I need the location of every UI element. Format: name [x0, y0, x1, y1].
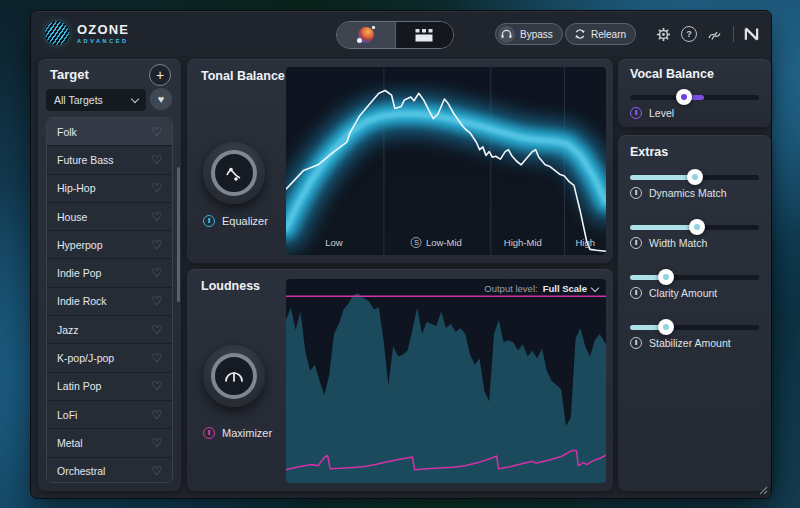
help-icon[interactable]: ?	[681, 26, 697, 42]
slider-track	[630, 325, 759, 330]
target-filter-dropdown[interactable]: All Targets	[46, 89, 146, 111]
frequency-band-label: S Low-Mid	[411, 237, 462, 248]
favorite-heart-icon[interactable]: ♡	[151, 323, 162, 337]
vocal-level-module: Level	[630, 107, 674, 119]
extras-module: Stabilizer Amount	[630, 337, 759, 349]
view-mode-toggle	[336, 21, 454, 49]
signal-chain-icon[interactable]	[707, 27, 723, 41]
band-name: High	[575, 237, 595, 248]
target-list-item[interactable]: Orchestral ♡	[47, 458, 172, 483]
extras-slider[interactable]	[630, 269, 759, 285]
target-list-item[interactable]: Metal ♡	[47, 429, 172, 457]
target-list-item[interactable]: Folk ♡	[47, 118, 172, 146]
loudness-chart	[286, 279, 606, 483]
frequency-band-label: Low	[325, 237, 342, 248]
sidebar-title: Target	[50, 67, 89, 82]
chevron-down-icon	[131, 95, 139, 103]
extras-slider[interactable]	[630, 169, 759, 185]
target-list-item[interactable]: LoFi ♡	[47, 401, 172, 429]
topbar-divider	[733, 26, 734, 42]
slider-handle[interactable]	[658, 269, 674, 285]
extras-sliders: Dynamics Match Width Match C	[630, 169, 759, 369]
vocal-level-slider[interactable]	[630, 89, 759, 105]
target-list-item[interactable]: Hyperpop ♡	[47, 231, 172, 259]
target-list-item[interactable]: Latin Pop ♡	[47, 373, 172, 401]
slider-handle[interactable]	[689, 219, 705, 235]
relearn-label: Relearn	[586, 29, 635, 40]
extras-slider[interactable]	[630, 319, 759, 335]
equalizer-knob[interactable]	[203, 142, 265, 204]
equalizer-knob-ring	[211, 150, 257, 196]
slider-track	[630, 95, 759, 100]
handle-dot	[663, 274, 669, 280]
favorite-heart-icon[interactable]: ♡	[151, 125, 162, 139]
maximizer-knob[interactable]	[203, 345, 265, 407]
target-name: K-pop/J-pop	[57, 352, 114, 364]
target-list-item[interactable]: House ♡	[47, 203, 172, 231]
tonal-balance-display: Low S Low-Mid High-Mid High	[286, 67, 606, 255]
detailed-view-button[interactable]	[395, 22, 454, 48]
relearn-button[interactable]: Relearn	[565, 23, 636, 45]
target-name: LoFi	[57, 409, 77, 421]
favorite-heart-icon[interactable]: ♡	[151, 408, 162, 422]
target-name: Indie Pop	[57, 267, 101, 279]
equalizer-power-toggle[interactable]	[203, 215, 215, 227]
headphones-icon	[498, 26, 515, 43]
favorites-filter-button[interactable]: ♥	[150, 88, 172, 110]
equalizer-module: Equalizer	[203, 215, 268, 227]
window-resize-handle[interactable]	[759, 486, 768, 495]
frequency-band-label: High	[575, 237, 595, 248]
extras-power-toggle[interactable]	[630, 337, 642, 349]
target-list-item[interactable]: Indie Rock ♡	[47, 288, 172, 316]
extras-power-toggle[interactable]	[630, 187, 642, 199]
extras-slider-label: Dynamics Match	[649, 187, 727, 199]
favorite-heart-icon[interactable]: ♡	[151, 181, 162, 195]
assistant-view-button[interactable]	[337, 22, 395, 48]
extras-slider[interactable]	[630, 219, 759, 235]
maximizer-label: Maximizer	[222, 427, 272, 439]
slider-handle[interactable]	[687, 169, 703, 185]
favorite-heart-icon[interactable]: ♡	[151, 153, 162, 167]
target-name: Folk	[57, 126, 77, 138]
maximizer-power-toggle[interactable]	[203, 427, 215, 439]
vocal-level-handle[interactable]	[676, 89, 692, 105]
favorite-heart-icon[interactable]: ♡	[151, 266, 162, 280]
slider-fill	[630, 175, 695, 180]
gauge-icon	[221, 364, 247, 388]
output-level-dropdown[interactable]: Output level: Full Scale	[484, 283, 598, 294]
settings-gear-icon[interactable]	[656, 27, 671, 42]
favorite-heart-icon[interactable]: ♡	[151, 294, 162, 308]
ozone-logo: OZONE ADVANCED	[45, 21, 129, 45]
slider-handle[interactable]	[658, 319, 674, 335]
favorite-heart-icon[interactable]: ♡	[151, 464, 162, 478]
extras-power-toggle[interactable]	[630, 237, 642, 249]
extras-power-toggle[interactable]	[630, 287, 642, 299]
target-list-item[interactable]: Hip-Hop ♡	[47, 175, 172, 203]
slider-track	[630, 275, 759, 280]
target-list-item[interactable]: Indie Pop ♡	[47, 259, 172, 287]
favorite-heart-icon[interactable]: ♡	[151, 379, 162, 393]
vocal-level-power-toggle[interactable]	[630, 107, 642, 119]
target-list-scrollbar[interactable]	[177, 167, 180, 302]
solo-badge[interactable]: S	[411, 237, 422, 248]
bypass-button[interactable]: Bypass	[495, 23, 563, 45]
eq-curve-icon	[222, 161, 246, 185]
extras-slider-group: Clarity Amount	[630, 269, 759, 319]
target-list-item[interactable]: Jazz ♡	[47, 316, 172, 344]
favorite-heart-icon[interactable]: ♡	[151, 210, 162, 224]
favorite-heart-icon[interactable]: ♡	[151, 351, 162, 365]
ni-logo-icon[interactable]	[744, 27, 759, 41]
target-list-item[interactable]: K-pop/J-pop ♡	[47, 344, 172, 372]
favorite-heart-icon[interactable]: ♡	[151, 238, 162, 252]
favorite-heart-icon[interactable]: ♡	[151, 436, 162, 450]
extras-module: Width Match	[630, 237, 759, 249]
target-name: Hip-Hop	[57, 182, 96, 194]
top-bar: OZONE ADVANCED	[31, 11, 771, 57]
loudness-title: Loudness	[201, 279, 260, 293]
chevron-down-icon	[591, 283, 599, 291]
extras-title: Extras	[630, 145, 668, 159]
handle-dot	[694, 224, 700, 230]
add-target-button[interactable]: +	[149, 64, 171, 86]
loudness-display: Output level: Full Scale	[286, 279, 606, 483]
target-list-item[interactable]: Future Bass ♡	[47, 146, 172, 174]
